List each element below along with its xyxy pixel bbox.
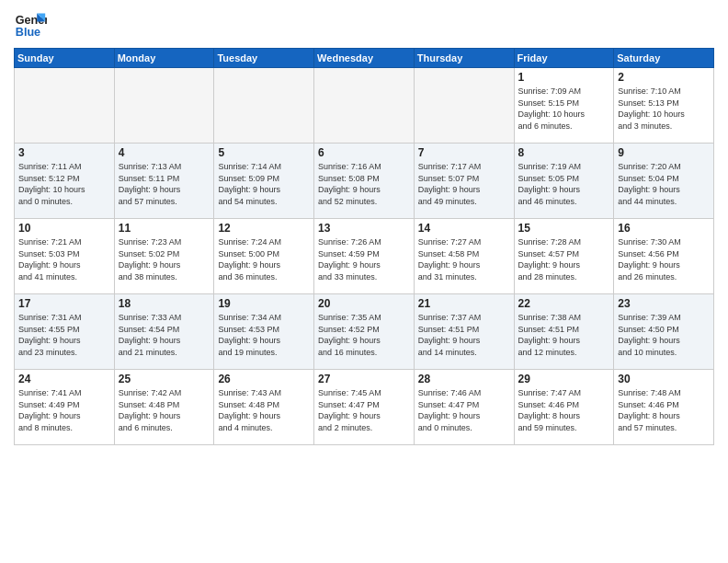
calendar-cell: 11Sunrise: 7:23 AM Sunset: 5:02 PM Dayli… — [114, 219, 214, 294]
calendar-cell: 18Sunrise: 7:33 AM Sunset: 4:54 PM Dayli… — [114, 294, 214, 370]
day-info: Sunrise: 7:46 AM Sunset: 4:47 PM Dayligh… — [418, 387, 510, 433]
day-info: Sunrise: 7:37 AM Sunset: 4:51 PM Dayligh… — [418, 312, 510, 358]
calendar-cell: 15Sunrise: 7:28 AM Sunset: 4:57 PM Dayli… — [514, 219, 614, 294]
calendar-cell: 8Sunrise: 7:19 AM Sunset: 5:05 PM Daylig… — [514, 144, 614, 219]
calendar-cell: 19Sunrise: 7:34 AM Sunset: 4:53 PM Dayli… — [214, 294, 314, 370]
calendar-cell: 17Sunrise: 7:31 AM Sunset: 4:55 PM Dayli… — [15, 294, 115, 370]
day-number: 29 — [518, 373, 610, 385]
calendar-header-row: SundayMondayTuesdayWednesdayThursdayFrid… — [15, 49, 714, 68]
day-info: Sunrise: 7:31 AM Sunset: 4:55 PM Dayligh… — [18, 312, 110, 358]
day-number: 1 — [518, 71, 610, 84]
day-number: 19 — [218, 297, 310, 310]
calendar-cell: 10Sunrise: 7:21 AM Sunset: 5:03 PM Dayli… — [15, 219, 115, 294]
calendar-cell: 30Sunrise: 7:48 AM Sunset: 4:46 PM Dayli… — [614, 370, 714, 445]
calendar-week-row: 17Sunrise: 7:31 AM Sunset: 4:55 PM Dayli… — [15, 294, 714, 370]
day-info: Sunrise: 7:23 AM Sunset: 5:02 PM Dayligh… — [119, 236, 210, 282]
day-info: Sunrise: 7:39 AM Sunset: 4:50 PM Dayligh… — [618, 312, 710, 358]
day-number: 11 — [119, 222, 210, 235]
day-number: 26 — [218, 373, 310, 385]
day-number: 15 — [518, 222, 610, 235]
day-info: Sunrise: 7:35 AM Sunset: 4:52 PM Dayligh… — [318, 312, 410, 358]
day-info: Sunrise: 7:13 AM Sunset: 5:11 PM Dayligh… — [119, 161, 210, 207]
day-info: Sunrise: 7:19 AM Sunset: 5:05 PM Dayligh… — [518, 161, 610, 207]
weekday-header: Wednesday — [314, 49, 415, 68]
calendar-cell: 4Sunrise: 7:13 AM Sunset: 5:11 PM Daylig… — [114, 144, 214, 219]
calendar-cell: 23Sunrise: 7:39 AM Sunset: 4:50 PM Dayli… — [614, 294, 714, 370]
day-number: 28 — [418, 373, 510, 385]
calendar-cell — [114, 68, 214, 144]
calendar-cell: 25Sunrise: 7:42 AM Sunset: 4:48 PM Dayli… — [114, 370, 214, 445]
logo: General Blue — [14, 9, 47, 42]
weekday-header: Friday — [514, 49, 614, 68]
weekday-header: Saturday — [614, 49, 714, 68]
calendar-cell: 22Sunrise: 7:38 AM Sunset: 4:51 PM Dayli… — [514, 294, 614, 370]
day-number: 18 — [119, 297, 210, 310]
day-number: 17 — [18, 297, 110, 310]
weekday-header: Monday — [114, 49, 214, 68]
day-number: 16 — [618, 222, 710, 235]
calendar-cell: 14Sunrise: 7:27 AM Sunset: 4:58 PM Dayli… — [414, 219, 514, 294]
calendar-cell: 27Sunrise: 7:45 AM Sunset: 4:47 PM Dayli… — [314, 370, 415, 445]
day-number: 20 — [318, 297, 410, 310]
day-number: 8 — [518, 146, 610, 159]
weekday-header: Tuesday — [214, 49, 314, 68]
day-info: Sunrise: 7:24 AM Sunset: 5:00 PM Dayligh… — [218, 236, 310, 282]
day-number: 2 — [618, 71, 710, 84]
day-number: 25 — [119, 373, 210, 385]
day-info: Sunrise: 7:26 AM Sunset: 4:59 PM Dayligh… — [318, 236, 410, 282]
calendar-cell: 6Sunrise: 7:16 AM Sunset: 5:08 PM Daylig… — [314, 144, 415, 219]
calendar-cell — [15, 68, 115, 144]
calendar-cell: 13Sunrise: 7:26 AM Sunset: 4:59 PM Dayli… — [314, 219, 415, 294]
calendar-cell: 21Sunrise: 7:37 AM Sunset: 4:51 PM Dayli… — [414, 294, 514, 370]
calendar-cell: 29Sunrise: 7:47 AM Sunset: 4:46 PM Dayli… — [514, 370, 614, 445]
day-number: 9 — [618, 146, 710, 159]
logo-icon: General Blue — [14, 9, 47, 42]
day-info: Sunrise: 7:45 AM Sunset: 4:47 PM Dayligh… — [318, 387, 410, 433]
day-number: 22 — [518, 297, 610, 310]
day-number: 3 — [18, 146, 110, 159]
day-number: 23 — [618, 297, 710, 310]
calendar-cell: 20Sunrise: 7:35 AM Sunset: 4:52 PM Dayli… — [314, 294, 415, 370]
day-number: 6 — [318, 146, 410, 159]
day-number: 24 — [18, 373, 110, 385]
day-info: Sunrise: 7:48 AM Sunset: 4:46 PM Dayligh… — [618, 387, 710, 433]
day-info: Sunrise: 7:47 AM Sunset: 4:46 PM Dayligh… — [518, 387, 610, 433]
calendar-cell — [314, 68, 415, 144]
day-info: Sunrise: 7:38 AM Sunset: 4:51 PM Dayligh… — [518, 312, 610, 358]
day-number: 7 — [418, 146, 510, 159]
day-number: 21 — [418, 297, 510, 310]
day-number: 12 — [218, 222, 310, 235]
calendar-cell: 16Sunrise: 7:30 AM Sunset: 4:56 PM Dayli… — [614, 219, 714, 294]
day-info: Sunrise: 7:20 AM Sunset: 5:04 PM Dayligh… — [618, 161, 710, 207]
day-info: Sunrise: 7:43 AM Sunset: 4:48 PM Dayligh… — [218, 387, 310, 433]
day-number: 4 — [119, 146, 210, 159]
day-info: Sunrise: 7:41 AM Sunset: 4:49 PM Dayligh… — [18, 387, 110, 433]
day-info: Sunrise: 7:11 AM Sunset: 5:12 PM Dayligh… — [18, 161, 110, 207]
calendar-cell — [214, 68, 314, 144]
day-info: Sunrise: 7:34 AM Sunset: 4:53 PM Dayligh… — [218, 312, 310, 358]
day-info: Sunrise: 7:16 AM Sunset: 5:08 PM Dayligh… — [318, 161, 410, 207]
svg-text:Blue: Blue — [16, 26, 40, 39]
calendar-cell: 9Sunrise: 7:20 AM Sunset: 5:04 PM Daylig… — [614, 144, 714, 219]
day-number: 10 — [18, 222, 110, 235]
day-number: 5 — [218, 146, 310, 159]
day-info: Sunrise: 7:10 AM Sunset: 5:13 PM Dayligh… — [618, 86, 710, 132]
calendar-week-row: 3Sunrise: 7:11 AM Sunset: 5:12 PM Daylig… — [15, 144, 714, 219]
calendar-week-row: 24Sunrise: 7:41 AM Sunset: 4:49 PM Dayli… — [15, 370, 714, 445]
calendar-week-row: 10Sunrise: 7:21 AM Sunset: 5:03 PM Dayli… — [15, 219, 714, 294]
day-info: Sunrise: 7:14 AM Sunset: 5:09 PM Dayligh… — [218, 161, 310, 207]
calendar-cell: 7Sunrise: 7:17 AM Sunset: 5:07 PM Daylig… — [414, 144, 514, 219]
day-info: Sunrise: 7:27 AM Sunset: 4:58 PM Dayligh… — [418, 236, 510, 282]
calendar-cell: 5Sunrise: 7:14 AM Sunset: 5:09 PM Daylig… — [214, 144, 314, 219]
day-info: Sunrise: 7:30 AM Sunset: 4:56 PM Dayligh… — [618, 236, 710, 282]
day-info: Sunrise: 7:28 AM Sunset: 4:57 PM Dayligh… — [518, 236, 610, 282]
day-info: Sunrise: 7:33 AM Sunset: 4:54 PM Dayligh… — [119, 312, 210, 358]
header: General Blue — [14, 9, 714, 42]
calendar-cell: 26Sunrise: 7:43 AM Sunset: 4:48 PM Dayli… — [214, 370, 314, 445]
calendar-cell — [414, 68, 514, 144]
calendar-cell: 3Sunrise: 7:11 AM Sunset: 5:12 PM Daylig… — [15, 144, 115, 219]
calendar-cell: 28Sunrise: 7:46 AM Sunset: 4:47 PM Dayli… — [414, 370, 514, 445]
day-number: 30 — [618, 373, 710, 385]
calendar-cell: 2Sunrise: 7:10 AM Sunset: 5:13 PM Daylig… — [614, 68, 714, 144]
calendar-cell: 1Sunrise: 7:09 AM Sunset: 5:15 PM Daylig… — [514, 68, 614, 144]
